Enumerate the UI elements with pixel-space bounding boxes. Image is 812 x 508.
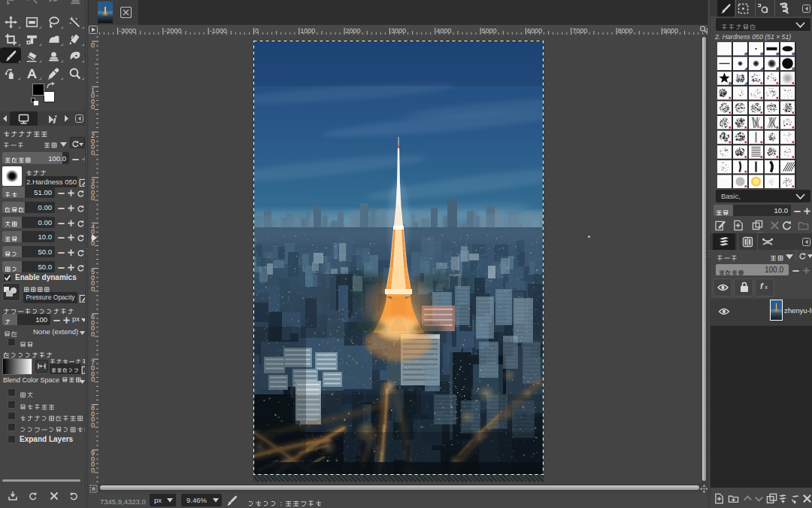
svg-text:0: 0 (91, 467, 95, 474)
svg-text:0: 0 (91, 103, 95, 111)
svg-text:0: 0 (91, 149, 95, 157)
svg-text:-3000: -3000 (119, 27, 136, 35)
svg-text:-1000: -1000 (210, 27, 227, 35)
svg-text:0: 0 (91, 330, 95, 338)
svg-text:0: 0 (91, 285, 95, 293)
svg-text:0: 0 (91, 421, 95, 429)
svg-text:0: 0 (91, 194, 95, 202)
svg-text:0: 0 (91, 376, 95, 383)
svg-text:0: 0 (91, 41, 95, 49)
svg-text:-2000: -2000 (164, 27, 181, 35)
